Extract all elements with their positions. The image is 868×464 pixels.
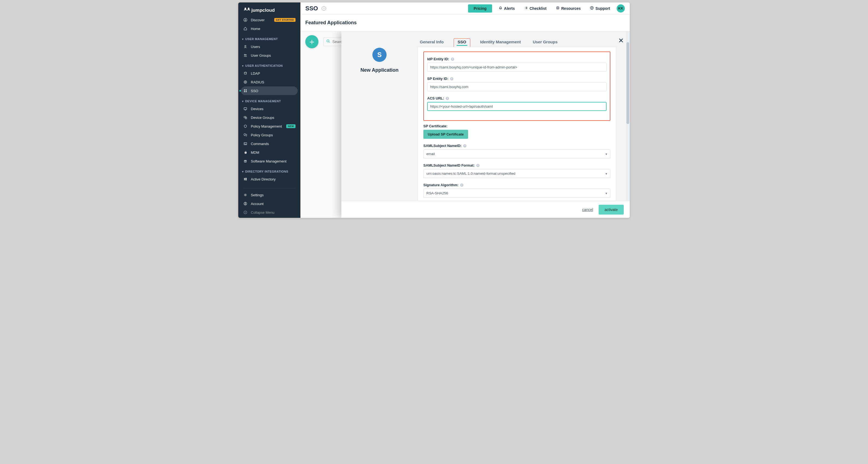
svg-rect-10 [246,89,247,91]
sidebar-item-software-mgmt[interactable]: Software Management [238,157,301,165]
close-icon[interactable]: ✕ [618,37,624,44]
sidebar: jumpcloud Discover GET STARTED Home ▾USE… [238,2,301,218]
search-icon [326,39,330,44]
sidebar-item-label: Discover [251,18,265,22]
cancel-button[interactable]: cancel [582,208,593,212]
sidebar-item-policy-mgmt[interactable]: Policy Management NEW [238,122,301,131]
svg-rect-11 [244,91,245,92]
help-icon[interactable]: ? [451,58,454,61]
svg-point-24 [245,203,246,204]
sidebar-item-radius[interactable]: RADIUS [238,78,301,86]
sidebar-item-label: Settings [251,193,264,197]
pricing-button[interactable]: Pricing [468,4,492,12]
panel-tabs: General Info SSO Identity Management Use… [417,38,616,47]
collapse-icon [243,210,248,215]
sidebar-item-label: Policy Groups [251,133,273,137]
scrollbar-thumb[interactable] [626,42,629,124]
sidebar-item-policy-groups[interactable]: Policy Groups [238,131,301,139]
highlighted-fields: IdP Entity ID:? SP Entity ID:? ACS URL:? [423,52,610,121]
book-icon [556,6,560,11]
sidebar-item-sso[interactable]: SSO [241,86,298,95]
tab-sso[interactable]: SSO [454,38,470,47]
upload-sp-cert-button[interactable]: Upload SP Certificate [423,130,468,139]
scrollbar-track[interactable] [626,31,630,201]
sidebar-item-label: Users [251,45,260,49]
svg-point-6 [244,72,246,73]
sidebar-item-collapse[interactable]: Collapse Menu [238,208,301,217]
checklist-icon [524,6,528,11]
brand-logo[interactable]: jumpcloud [238,2,301,16]
sidebar-item-discover[interactable]: Discover GET STARTED [238,16,301,24]
add-application-button[interactable]: ＋ [305,35,318,48]
acs-url-label: ACS URL:? [427,96,607,100]
shields-icon [243,133,248,137]
avatar[interactable]: KK [617,4,625,12]
svg-rect-19 [245,178,247,179]
panel-left: S New Application [341,31,417,201]
section-user-management[interactable]: ▾USER MANAGEMENT [238,36,301,42]
signature-algorithm-label: Signature Algorithm:? [423,183,610,187]
section-device-mgmt[interactable]: ▾DEVICE MANAGEMENT [238,98,301,104]
terminal-icon [243,142,248,146]
sidebar-item-settings[interactable]: Settings [238,191,301,199]
svg-point-8 [245,82,246,83]
support-button[interactable]: Support [587,4,613,12]
app-avatar: S [372,48,386,62]
svg-rect-13 [244,108,247,110]
topbar: SSO i Pricing Alerts Checklist Resources [301,2,630,14]
chevron-down-icon: ▾ [242,38,243,41]
idp-entity-id-input[interactable] [427,63,607,72]
resources-button[interactable]: Resources [553,4,584,12]
nameid-format-select[interactable]: urn:oasis:names:tc:SAML:1.0:nameid-forma… [423,169,610,178]
svg-rect-12 [246,91,247,92]
signature-algorithm-select[interactable]: RSA-SHA256 ▼ [423,189,610,198]
sidebar-item-user-groups[interactable]: User Groups [238,51,301,60]
sidebar-item-label: MDM [251,151,259,155]
sidebar-item-users[interactable]: Users [238,42,301,51]
users-icon [243,53,248,58]
grid-icon [243,89,248,93]
sidebar-item-devices[interactable]: Devices [238,104,301,113]
sidebar-item-active-directory[interactable]: Active Directory [238,175,301,183]
section-user-auth[interactable]: ▾USER AUTHENTICATION [238,62,301,69]
brand-text: jumpcloud [251,8,275,13]
svg-rect-16 [244,143,247,145]
sp-entity-id-input[interactable] [427,82,607,91]
info-icon[interactable]: i [322,6,326,11]
chevron-down-icon: ▾ [242,100,243,103]
sidebar-item-label: Policy Management [251,124,282,128]
help-icon[interactable]: ? [450,77,453,81]
activate-button[interactable]: activate [599,205,624,215]
nameid-select[interactable]: email ▼ [423,149,610,158]
sso-form: IdP Entity ID:? SP Entity ID:? ACS URL:? [417,47,616,201]
help-icon[interactable]: ? [476,164,479,167]
checklist-button[interactable]: Checklist [522,4,549,12]
windows-icon [243,177,248,181]
help-icon[interactable]: ? [446,97,449,100]
tab-user-groups[interactable]: User Groups [530,38,560,47]
panel-footer: cancel activate [341,201,630,218]
sidebar-item-device-groups[interactable]: Device Groups [238,113,301,122]
app-title: New Application [361,67,398,73]
sidebar-item-account[interactable]: Account [238,199,301,208]
section-directory-int[interactable]: ▾DIRECTORY INTEGRATIONS [238,168,301,175]
alerts-button[interactable]: Alerts [496,4,518,12]
chevron-down-icon: ▾ [242,64,243,67]
sidebar-item-commands[interactable]: Commands [238,139,301,148]
tab-general-info[interactable]: General Info [417,38,446,47]
idp-entity-id-label: IdP Entity ID:? [427,57,607,61]
svg-point-4 [244,54,245,55]
acs-url-input[interactable] [427,102,607,111]
help-icon [590,6,594,11]
new-badge: NEW [286,124,296,128]
bell-icon [499,6,502,11]
help-icon[interactable]: ? [463,144,466,148]
sidebar-item-home[interactable]: Home [238,24,301,33]
sidebar-item-ldap[interactable]: LDAP [238,69,301,78]
sidebar-item-mdm[interactable]: MDM [238,148,301,157]
main: SSO i Pricing Alerts Checklist Resources [301,2,630,218]
tab-identity-management[interactable]: Identity Management [478,38,523,47]
monitor-icon [243,106,248,111]
help-icon[interactable]: ? [460,183,463,187]
sp-entity-id-label: SP Entity ID:? [427,76,607,81]
